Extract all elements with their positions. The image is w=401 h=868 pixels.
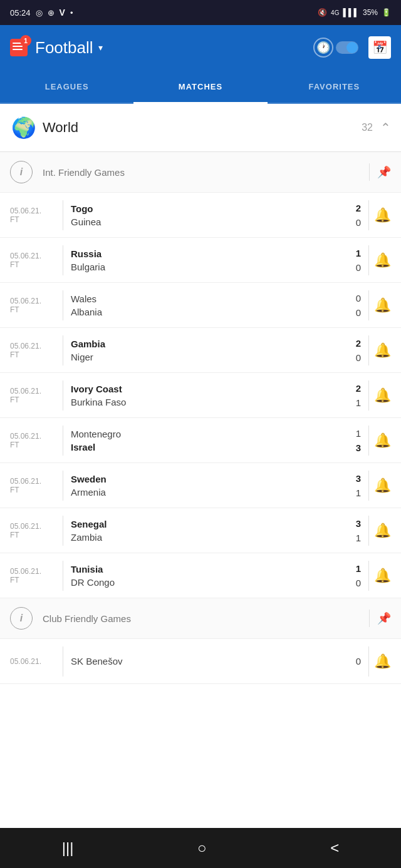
world-title: World xyxy=(43,120,362,136)
match-row[interactable]: 05.06.21. FT Sweden Armenia 3 1 🔔 xyxy=(0,463,401,508)
match-divider xyxy=(63,290,63,320)
bell-icon[interactable]: 🔔 xyxy=(374,568,391,584)
dropdown-arrow-icon[interactable]: ▾ xyxy=(98,43,103,53)
tab-leagues[interactable]: LEAGUES xyxy=(0,70,133,103)
team1-name: Gambia xyxy=(71,339,351,349)
match-scores: 1 0 xyxy=(351,248,361,273)
score1: 2 xyxy=(351,203,361,213)
score-divider xyxy=(368,290,369,320)
bell-icon[interactable]: 🔔 xyxy=(374,432,391,449)
match-scores: 0 xyxy=(351,656,361,666)
score2: 1 xyxy=(351,533,361,543)
score1: 1 xyxy=(351,428,361,439)
match-teams: Russia Bulgaria xyxy=(71,241,351,280)
bell-icon[interactable]: 🔔 xyxy=(374,252,391,268)
match-row[interactable]: 05.06.21. FT Senegal Zambia 3 1 🔔 xyxy=(0,508,401,553)
notification-count: 1 xyxy=(20,35,31,46)
team1-name: SK Benešov xyxy=(71,656,351,666)
match-divider xyxy=(63,200,63,230)
score1: 1 xyxy=(351,563,361,574)
match-divider xyxy=(63,646,63,677)
match-teams: Gambia Niger xyxy=(71,331,351,370)
match-date: 05.06.21. xyxy=(10,207,41,215)
match-row[interactable]: 05.06.21. FT Gambia Niger 2 0 🔔 xyxy=(0,328,401,373)
bell-icon[interactable]: 🔔 xyxy=(374,523,391,539)
tab-favorites[interactable]: FAVORITES xyxy=(268,70,401,103)
recent-apps-button[interactable]: ||| xyxy=(42,834,94,862)
match-status: FT xyxy=(10,576,19,585)
match-scores: 1 3 xyxy=(351,428,361,453)
match-date: 05.06.21. xyxy=(10,657,41,666)
team1-name: Tunisia xyxy=(71,564,351,574)
dot-icon: • xyxy=(70,8,73,18)
tab-matches[interactable]: MATCHES xyxy=(133,70,267,103)
match-date-col: 05.06.21. xyxy=(10,657,55,666)
team2-name: Albania xyxy=(71,307,351,317)
match-row[interactable]: 05.06.21. FT Wales Albania 0 0 🔔 xyxy=(0,283,401,328)
match-date: 05.06.21. xyxy=(10,297,41,305)
pin-icon[interactable]: 📌 xyxy=(377,165,391,179)
score-divider xyxy=(368,426,369,456)
team2-name: Niger xyxy=(71,352,351,362)
match-row[interactable]: 05.06.21. SK Benešov 0 🔔 xyxy=(0,639,401,684)
match-scores: 2 0 xyxy=(351,203,361,228)
match-teams: Ivory Coast Burkina Faso xyxy=(71,376,351,415)
score2: 0 xyxy=(351,578,361,588)
bell-icon[interactable]: 🔔 xyxy=(374,477,391,494)
bell-icon[interactable]: 🔔 xyxy=(374,207,391,223)
match-row[interactable]: 05.06.21. FT Ivory Coast Burkina Faso 2 … xyxy=(0,373,401,418)
status-left: 05:24 ◎ ⊕ V • xyxy=(10,8,73,18)
score2: 0 xyxy=(351,307,361,318)
calendar-button[interactable]: 📅 5 xyxy=(368,36,391,59)
chrome-icon: ⊕ xyxy=(48,8,55,18)
match-date: 05.06.21. xyxy=(10,567,41,576)
match-rows: 05.06.21. FT Togo Guinea 2 0 🔔 05.06.21.… xyxy=(0,193,401,684)
score-divider xyxy=(368,471,369,501)
bell-icon[interactable]: 🔔 xyxy=(374,387,391,404)
match-row[interactable]: 05.06.21. FT Montenegro Israel 1 3 🔔 xyxy=(0,418,401,463)
app-title: Football ▾ xyxy=(35,38,103,58)
score2: 1 xyxy=(351,397,361,408)
match-teams: Senegal Zambia xyxy=(71,511,351,550)
score2: 3 xyxy=(351,442,361,453)
app-header: 1 Football ▾ 🕐 📅 5 xyxy=(0,25,401,70)
match-row[interactable]: 05.06.21. FT Togo Guinea 2 0 🔔 xyxy=(0,193,401,238)
match-date-col: 05.06.21. FT xyxy=(10,432,55,449)
notification-badge[interactable]: 1 xyxy=(10,39,28,56)
club-friendly-games-row[interactable]: i Club Friendly Games 📌 xyxy=(0,598,401,639)
int-friendly-games-label: Int. Friendly Games xyxy=(43,167,362,178)
world-section-header[interactable]: 🌍 World 32 ⌃ xyxy=(0,104,401,152)
network-icon: 4G xyxy=(331,9,339,16)
clock-toggle-button[interactable]: 🕐 xyxy=(313,38,358,58)
match-date-col: 05.06.21. FT xyxy=(10,297,55,314)
back-button[interactable]: < xyxy=(310,834,359,862)
match-row[interactable]: 05.06.21. FT Russia Bulgaria 1 0 🔔 xyxy=(0,238,401,283)
match-date-col: 05.06.21. FT xyxy=(10,522,55,539)
team1-name: Sweden xyxy=(71,474,351,484)
score2: 1 xyxy=(351,488,361,498)
score-divider xyxy=(368,335,369,365)
match-teams: Togo Guinea xyxy=(71,196,351,235)
recent-apps-icon: ||| xyxy=(62,839,74,856)
status-right: 🔇 4G ▌▌▌ 35% 🔋 xyxy=(318,8,391,17)
bell-icon[interactable]: 🔔 xyxy=(374,342,391,359)
score-divider xyxy=(368,646,369,677)
team2-name: Zambia xyxy=(71,532,351,543)
match-teams: Sweden Armenia xyxy=(71,466,351,505)
home-button[interactable]: ○ xyxy=(177,834,227,862)
team2-name: Guinea xyxy=(71,217,351,227)
match-date-col: 05.06.21. FT xyxy=(10,342,55,359)
match-row[interactable]: 05.06.21. FT Tunisia DR Congo 1 0 🔔 xyxy=(0,553,401,598)
tab-favorites-label: FAVORITES xyxy=(308,82,360,91)
int-friendly-games-row[interactable]: i Int. Friendly Games 📌 xyxy=(0,152,401,193)
bell-icon[interactable]: 🔔 xyxy=(374,653,391,670)
match-date-col: 05.06.21. FT xyxy=(10,207,55,224)
match-date: 05.06.21. xyxy=(10,522,41,531)
match-scores: 3 1 xyxy=(351,518,361,543)
match-date-col: 05.06.21. FT xyxy=(10,387,55,404)
pin-icon[interactable]: 📌 xyxy=(377,611,391,625)
toggle-switch[interactable] xyxy=(336,41,358,54)
score-divider xyxy=(368,516,369,546)
bell-icon[interactable]: 🔔 xyxy=(374,297,391,314)
match-status: FT xyxy=(10,396,19,404)
